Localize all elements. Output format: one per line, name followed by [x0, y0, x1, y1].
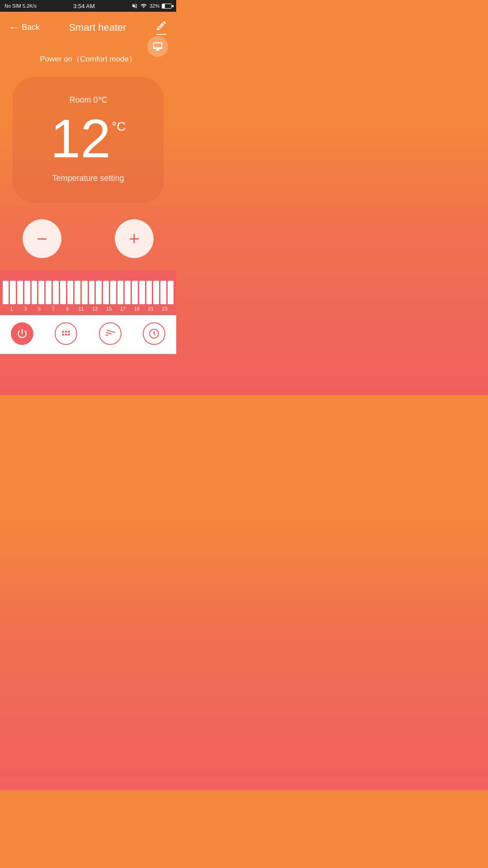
schedule-col-21: [146, 281, 152, 304]
mute-icon: [131, 3, 138, 9]
temperature-card: Room 0℃ 12 °C Temperature setting: [13, 77, 164, 203]
schedule-col-16: [110, 281, 116, 304]
temperature-controls: − +: [0, 203, 176, 271]
clock-icon: [148, 328, 160, 340]
schedule-col-7: [46, 281, 52, 304]
schedule-label-3: 3: [19, 306, 33, 311]
wifi-icon: [140, 3, 147, 9]
power-nav-icon-bg: [11, 322, 33, 345]
schedule-col-13: [89, 281, 95, 304]
schedule-col-23: [160, 281, 166, 304]
status-bar: No SIM 5.2K/s 3:54 AM 32%: [0, 0, 176, 12]
schedule-col-1: [3, 281, 9, 304]
pencil-icon: [155, 20, 167, 32]
schedule-col-4: [24, 281, 30, 304]
schedule-label-13: 13: [88, 306, 102, 311]
power-icon: [16, 328, 28, 340]
scenes-nav-icon-bg: [55, 322, 77, 345]
schedule-col-15: [103, 281, 109, 304]
back-label: Back: [22, 23, 40, 32]
signal-text: No SIM 5.2K/s: [5, 3, 37, 9]
schedule-col-10: [67, 281, 73, 304]
schedule-col-24: [168, 281, 174, 304]
schedule-nav-icon-bg: [143, 322, 165, 345]
schedule-col-19: [132, 281, 138, 304]
settings-icon: [104, 328, 116, 340]
status-right: 32%: [131, 3, 172, 9]
schedule-col-18: [125, 281, 131, 304]
power-status-text: Power on（Comfort mode）: [0, 54, 176, 64]
schedule-col-17: [117, 281, 123, 304]
schedule-bar: 1 3 5 7 9 11 13 15 17 19 21 23: [0, 271, 176, 315]
schedule-col-14: [96, 281, 102, 304]
back-arrow-icon: ←: [9, 22, 19, 33]
schedule-col-6: [38, 281, 44, 304]
edit-button[interactable]: [155, 20, 167, 35]
status-left: No SIM 5.2K/s: [5, 3, 37, 9]
schedule-label-7: 7: [46, 306, 60, 311]
battery-icon: [162, 4, 172, 9]
room-temperature: Room 0℃: [69, 95, 107, 105]
status-time: 3:54 AM: [73, 3, 95, 9]
settings-nav-icon-bg: [99, 322, 122, 345]
scenes-icon: [60, 328, 72, 340]
bottom-nav: [0, 315, 176, 354]
nav-item-settings[interactable]: [94, 321, 126, 346]
set-temperature-row: 12 °C: [51, 111, 126, 165]
schedule-col-5: [32, 281, 38, 304]
nav-item-schedule[interactable]: [138, 321, 170, 346]
decrease-button[interactable]: −: [23, 219, 61, 258]
schedule-label-17: 17: [116, 306, 130, 311]
schedule-label-9: 9: [60, 306, 74, 311]
schedule-col-12: [82, 281, 88, 304]
schedule-grid: [3, 275, 174, 304]
monitor-icon: [152, 42, 163, 52]
schedule-label-15: 15: [102, 306, 116, 311]
schedule-col-2: [10, 281, 16, 304]
nav-item-power[interactable]: [6, 321, 38, 346]
schedule-col-8: [53, 281, 59, 304]
schedule-label-1: 1: [5, 306, 19, 311]
edit-underline: [156, 34, 166, 35]
page-title: Smart heater: [69, 22, 126, 33]
schedule-col-3: [17, 281, 23, 304]
schedule-label-19: 19: [130, 306, 144, 311]
schedule-col-9: [60, 281, 66, 304]
temperature-setting-label: Temperature setting: [52, 174, 124, 183]
back-button[interactable]: ← Back: [9, 22, 40, 33]
set-temperature-value: 12: [51, 111, 111, 165]
nav-item-scenes[interactable]: [50, 321, 82, 346]
schedule-col-22: [153, 281, 159, 304]
schedule-label-23: 23: [158, 306, 172, 311]
schedule-label-11: 11: [74, 306, 88, 311]
schedule-col-20: [139, 281, 145, 304]
header: ← Back Smart heater: [0, 12, 176, 41]
schedule-labels: 1 3 5 7 9 11 13 15 17 19 21 23: [3, 304, 174, 315]
increase-button[interactable]: +: [115, 219, 154, 258]
schedule-col-11: [75, 281, 80, 304]
temperature-unit: °C: [112, 119, 126, 134]
schedule-label-21: 21: [144, 306, 158, 311]
battery-text: 32%: [150, 3, 160, 9]
schedule-label-5: 5: [33, 306, 47, 311]
